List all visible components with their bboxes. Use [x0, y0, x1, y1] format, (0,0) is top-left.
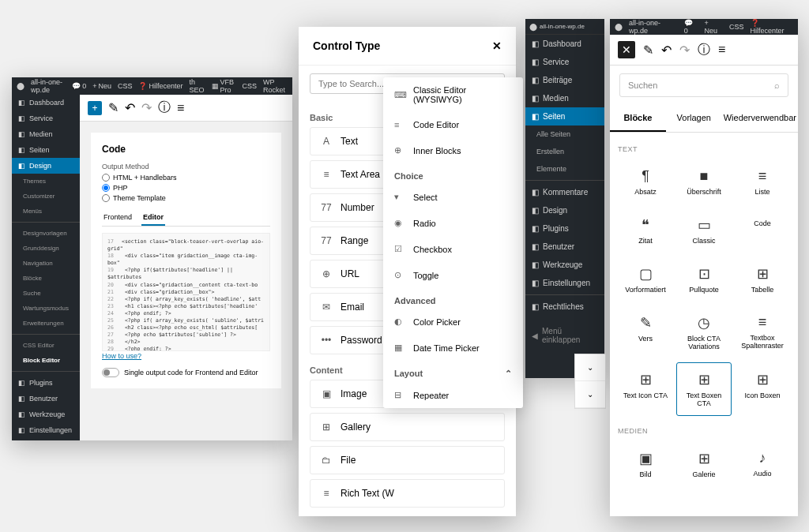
- control-file[interactable]: 🗀File: [310, 446, 505, 474]
- sidebar-item-rechtliches[interactable]: ◧Rechtliches: [525, 298, 604, 316]
- site-name[interactable]: all-in-one-wp.de: [31, 78, 66, 94]
- help-link[interactable]: ❓ Hilfecenter: [751, 19, 794, 35]
- wp-logo-icon[interactable]: ⬤: [17, 82, 24, 90]
- control-rich-text-w[interactable]: ≡Rich Text (W: [310, 479, 505, 508]
- sidebar-item-erweiterungen[interactable]: Erweiterungen: [12, 316, 80, 331]
- dd-item-toggle[interactable]: ⊙Toggle: [383, 262, 523, 288]
- block-liste[interactable]: ≡Liste: [735, 159, 790, 204]
- sidebar-item-block-editor[interactable]: Block Editor: [12, 353, 80, 368]
- seo-link[interactable]: th SEO: [190, 78, 205, 94]
- block-vorformatiert[interactable]: ▢Vorformatiert: [618, 257, 673, 302]
- sidebar-item-medien[interactable]: ◧Medien: [12, 126, 80, 142]
- dd-item-code-editor[interactable]: ≡Code Editor: [383, 112, 523, 137]
- sidebar-item-designvorlagen[interactable]: Designvorlagen: [12, 226, 80, 241]
- sidebar-item-elemente[interactable]: Elemente: [525, 160, 604, 178]
- sidebar-item-einstellungen[interactable]: ◧Einstellungen: [12, 422, 80, 438]
- css-link[interactable]: CSS: [729, 23, 744, 31]
- block--berschrift[interactable]: ■Überschrift: [676, 159, 732, 204]
- how-to-use-link[interactable]: How to use?: [102, 352, 141, 360]
- edit-icon[interactable]: ✎: [108, 100, 119, 115]
- block-galerie[interactable]: ⊞Galerie: [676, 441, 732, 487]
- dd-item-checkbox[interactable]: ☑Checkbox: [383, 236, 523, 262]
- sidebar-item-werkzeuge[interactable]: ◧Werkzeuge: [12, 406, 80, 422]
- sidebar-item-dashboard[interactable]: ◧Dashboard: [525, 35, 604, 53]
- sidebar-item-medien[interactable]: ◧Medien: [525, 89, 604, 107]
- block-audio[interactable]: ♪Audio: [735, 441, 790, 487]
- info-icon[interactable]: ⓘ: [698, 42, 710, 58]
- sidebar-item-design[interactable]: ◧Design: [12, 158, 80, 174]
- sidebar-item-suche[interactable]: Suche: [12, 286, 80, 301]
- block-textbox-spaltenraster[interactable]: ≡Textbox Spaltenraster: [735, 305, 790, 359]
- chevron-down-icon[interactable]: ⌄: [575, 381, 605, 408]
- tab-patterns[interactable]: Vorlagen: [666, 105, 722, 132]
- dd-item-date-time-picker[interactable]: ▦Date Time Picker: [383, 335, 523, 361]
- dd-item-select[interactable]: ▾Select: [383, 184, 523, 210]
- single-output-toggle[interactable]: [102, 368, 119, 377]
- site-name[interactable]: all-in-one-wp.de: [540, 23, 585, 30]
- outline-icon[interactable]: ≡: [177, 101, 184, 115]
- dd-item-repeater[interactable]: ⊟Repeater: [383, 382, 523, 408]
- sidebar-item-menüs[interactable]: Menüs: [12, 204, 80, 219]
- block-pullquote[interactable]: ⊡Pullquote: [676, 257, 732, 302]
- new-menu[interactable]: + Neu: [705, 19, 723, 35]
- sidebar-item-plugins[interactable]: ◧Plugins: [12, 375, 80, 391]
- sidebar-item-service[interactable]: ◧Service: [525, 53, 604, 71]
- css-link[interactable]: CSS: [118, 82, 133, 90]
- block-text-boxen-cta[interactable]: ⊞Text Boxen CTA: [676, 362, 732, 416]
- radio-template[interactable]: Theme Template: [102, 194, 270, 202]
- tab-frontend[interactable]: Frontend: [102, 210, 134, 226]
- dd-item-radio[interactable]: ◉Radio: [383, 210, 523, 236]
- sidebar-item-benutzer[interactable]: ◧Benutzer: [12, 391, 80, 406]
- sidebar-item-menü-einklappen[interactable]: ◀Menü einklappen: [525, 322, 604, 349]
- tab-reusable[interactable]: Wiederverwendbar: [722, 105, 798, 132]
- sidebar-item-wartungsmodus[interactable]: Wartungsmodus: [12, 301, 80, 316]
- sidebar-item-erstellen[interactable]: Erstellen: [525, 143, 604, 160]
- sidebar-item-design[interactable]: ◧Design: [525, 201, 604, 219]
- block-tabelle[interactable]: ⊞Tabelle: [735, 257, 790, 302]
- close-icon[interactable]: ✕: [492, 39, 502, 52]
- block-search-input[interactable]: Suchen ⌕: [619, 73, 788, 97]
- css2-link[interactable]: CSS: [243, 82, 258, 90]
- sidebar-item-werkzeuge[interactable]: ◧Werkzeuge: [525, 256, 604, 274]
- info-icon[interactable]: ⓘ: [158, 99, 171, 116]
- sidebar-item-benutzer[interactable]: ◧Benutzer: [525, 238, 604, 256]
- sidebar-item-seiten[interactable]: ◧Seiten: [525, 107, 604, 126]
- sidebar-item-dashboard[interactable]: ◧Dashboard: [12, 95, 80, 111]
- edit-icon[interactable]: ✎: [643, 43, 653, 58]
- sidebar-item-alle-seiten[interactable]: Alle Seiten: [525, 126, 604, 143]
- wp-logo-icon[interactable]: ⬤: [529, 23, 537, 31]
- help-link[interactable]: ❓ Hilfecenter: [138, 82, 182, 90]
- block-classic[interactable]: ▭Classic: [676, 208, 732, 253]
- sidebar-item-css-editor[interactable]: CSS Editor: [12, 338, 80, 353]
- site-name[interactable]: all-in-one-wp.de: [629, 19, 678, 35]
- control-gallery[interactable]: ⊞Gallery: [310, 413, 505, 441]
- sidebar-item-service[interactable]: ◧Service: [12, 111, 80, 126]
- sidebar-item-grunddesign[interactable]: Grunddesign: [12, 241, 80, 256]
- block-zitat[interactable]: ❝Zitat: [618, 208, 673, 253]
- undo-icon[interactable]: ↶: [125, 100, 135, 115]
- tab-blocks[interactable]: Blöcke: [610, 105, 666, 132]
- redo-icon[interactable]: ↷: [141, 100, 152, 115]
- sidebar-item-themes[interactable]: Themes: [12, 174, 80, 189]
- dd-item-color-picker[interactable]: ◐Color Picker: [383, 309, 523, 335]
- radio-php[interactable]: PHP: [102, 184, 270, 192]
- block-vers[interactable]: ✎Vers: [618, 305, 673, 359]
- redo-icon[interactable]: ↷: [679, 43, 690, 58]
- radio-html[interactable]: HTML + Handlebars: [102, 174, 270, 182]
- block-icon-boxen[interactable]: ⊞Icon Boxen: [735, 362, 790, 416]
- sidebar-item-kommentare[interactable]: ◧Kommentare: [525, 183, 604, 201]
- sidebar-item-customizer[interactable]: Customizer: [12, 189, 80, 204]
- code-editor-area[interactable]: 17<section class="block-teaser-vert-over…: [102, 233, 270, 351]
- wp-logo-icon[interactable]: ⬤: [615, 23, 623, 31]
- sidebar-item-plugins[interactable]: ◧Plugins: [525, 219, 604, 238]
- block-bild[interactable]: ▣Bild: [618, 441, 673, 487]
- undo-icon[interactable]: ↶: [661, 43, 672, 58]
- block-text-icon-cta[interactable]: ⊞Text Icon CTA: [618, 362, 673, 416]
- new-menu[interactable]: + Neu: [92, 82, 111, 90]
- outline-icon[interactable]: ≡: [718, 43, 725, 57]
- block-code[interactable]: Code: [735, 208, 790, 253]
- comments-icon[interactable]: 💬 0: [72, 82, 86, 90]
- sidebar-item-navigation[interactable]: Navigation: [12, 256, 80, 271]
- block-absatz[interactable]: ¶Absatz: [618, 159, 673, 204]
- sidebar-item-einstellungen[interactable]: ◧Einstellungen: [525, 274, 604, 292]
